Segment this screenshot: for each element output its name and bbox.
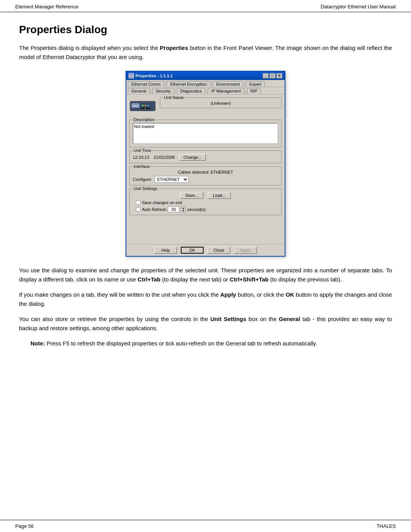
unit-time-box: Unit Time 12:33:13 21/02/2008 Change... <box>129 150 282 163</box>
tab-sep-4: | <box>150 88 151 94</box>
description-box: Description Not loaded <box>129 120 282 147</box>
unit-name-group: Unit Name (Unknown) <box>160 97 282 111</box>
note-line: Note: Press F5 to refresh the displayed … <box>30 340 317 347</box>
main-content: Properties Dialog The Properties dialog … <box>0 12 411 375</box>
interface-box: Interface Cables detected: ETHERNET Conf… <box>129 166 282 185</box>
para2: You use the dialog to examine and change… <box>19 266 392 284</box>
dialog-bottom-bar: Help OK Close Apply <box>126 244 285 256</box>
save-changes-label: Save changes on exit <box>142 200 182 205</box>
page-footer: Page 56 THALES <box>0 520 411 532</box>
header-right: Datacryptor Ethernet User Manual <box>321 4 396 10</box>
unit-time-label: Unit Time <box>133 148 152 153</box>
interface-label: Interface <box>133 164 151 169</box>
tab-general[interactable]: General <box>128 88 150 94</box>
tab-row-2: General | Security | Diagnostics | IP Ma… <box>126 87 285 94</box>
ctrl-tab-bold: Ctrl+Tab <box>138 276 161 283</box>
tab-expert[interactable]: Expert <box>246 81 265 87</box>
help-button[interactable]: Help <box>154 247 177 254</box>
unit-name-label: Unit Name <box>163 95 185 100</box>
unit-settings-bold: Unit Settings <box>210 316 246 322</box>
cables-detected: Cables detected: ETHERNET <box>133 170 278 174</box>
unit-settings-box: Unit Settings Save... Load... Save chang… <box>129 189 282 215</box>
configure-select[interactable]: ETHERNET <box>155 176 189 183</box>
intro-bold: Properties <box>160 45 188 51</box>
device-svg: THALES <box>129 97 156 115</box>
header-left: Element Manager Reference <box>15 4 78 10</box>
ok-bold: OK <box>286 291 295 298</box>
tab-sep-3: | <box>244 81 245 87</box>
win-titlebar: cc Properties - 1.1.1.1 _ □ ✕ <box>126 72 285 80</box>
unit-name-value: (Unknown) <box>163 101 278 105</box>
minimize-button[interactable]: _ <box>263 73 269 78</box>
tab-sep-1: | <box>165 81 166 87</box>
tab-rip[interactable]: RIP <box>247 88 261 94</box>
apply-button[interactable]: Apply <box>234 247 257 254</box>
dialog-spacer <box>129 218 282 241</box>
save-changes-checkbox[interactable] <box>136 200 140 205</box>
tab-sep-7: | <box>245 88 246 94</box>
note-block: Note: Press F5 to refresh the displayed … <box>19 339 392 348</box>
interface-configure-row: Configure: ETHERNET <box>133 176 278 183</box>
svg-rect-7 <box>141 107 145 109</box>
save-button[interactable]: Save... <box>180 192 203 199</box>
tab-security[interactable]: Security <box>152 88 174 94</box>
maximize-button[interactable]: □ <box>269 73 276 78</box>
unit-name-box: Unit Name (Unknown) <box>160 97 282 108</box>
load-button[interactable]: Load... <box>208 192 231 199</box>
svg-point-4 <box>142 105 143 106</box>
dialog-screenshot-container: cc Properties - 1.1.1.1 _ □ ✕ Ethernet C… <box>19 71 392 257</box>
spinbox-arrows[interactable]: ▲ ▼ <box>181 206 186 212</box>
footer-left: Page 56 <box>15 523 33 529</box>
close-dialog-button[interactable]: Close <box>207 247 230 254</box>
tab-ethernet-encryption[interactable]: Ethernet Encryption <box>167 81 210 87</box>
tab-ethernet-comm[interactable]: Ethernet Comm <box>128 81 164 87</box>
app-icon: cc <box>129 73 134 78</box>
tab-sep-5: | <box>175 88 176 94</box>
tab-sep-2: | <box>211 81 212 87</box>
titlebar-left: cc Properties - 1.1.1.1 <box>129 73 173 78</box>
ctrl-shift-tab-bold: Ctrl+Shift+Tab <box>229 276 268 283</box>
svg-point-5 <box>145 105 146 106</box>
description-label: Description <box>133 117 155 122</box>
top-section: THALES Unit Name <box>129 97 282 117</box>
save-changes-row: Save changes on exit <box>136 200 278 205</box>
dialog-title: Properties - 1.1.1.1 <box>135 73 173 78</box>
unit-time-row: 12:33:13 21/02/2008 Change... <box>133 154 278 161</box>
footer-right: THALES <box>376 523 396 529</box>
unit-time-content: 12:33:13 21/02/2008 Change... <box>133 154 278 161</box>
para4: You can also store or retrieve the prope… <box>19 315 392 333</box>
tab-sep-6: | <box>206 88 207 94</box>
interface-content: Cables detected: ETHERNET Configure: ETH… <box>133 170 278 183</box>
auto-refresh-checkbox[interactable] <box>136 207 140 212</box>
close-button[interactable]: ✕ <box>276 73 282 78</box>
note-label: Note: <box>30 340 45 347</box>
apply-bold: Apply <box>220 291 236 298</box>
refresh-value-input[interactable] <box>168 206 179 212</box>
unit-settings-label: Unit Settings <box>133 186 158 191</box>
tab-row-1: Ethernet Comm | Ethernet Encryption | En… <box>126 80 285 87</box>
auto-refresh-label: Auto Refresh <box>142 207 166 212</box>
spinbox-up[interactable]: ▲ <box>181 207 185 209</box>
description-content: Not loaded <box>133 123 278 145</box>
svg-rect-8 <box>146 107 150 109</box>
time-value: 12:33:13 <box>133 155 149 160</box>
device-image: THALES <box>129 97 156 117</box>
change-button[interactable]: Change... <box>179 154 206 161</box>
tab-diagnostics[interactable]: Diagnostics <box>177 88 206 94</box>
titlebar-buttons[interactable]: _ □ ✕ <box>263 73 282 78</box>
svg-text:THALES: THALES <box>132 105 139 107</box>
general-bold: General <box>279 316 300 322</box>
page-header: Element Manager Reference Datacryptor Et… <box>0 0 411 12</box>
date-value: 21/02/2008 <box>154 155 175 160</box>
spinbox-down[interactable]: ▼ <box>181 209 185 212</box>
tab-ip-management[interactable]: IP Management <box>208 88 244 94</box>
seconds-label: second(s) <box>187 207 206 212</box>
unit-settings-content: Save... Load... Save changes on exit Aut… <box>133 192 278 212</box>
auto-refresh-row: Auto Refresh ▲ ▼ second(s) <box>136 206 278 212</box>
win-dialog: cc Properties - 1.1.1.1 _ □ ✕ Ethernet C… <box>126 71 285 257</box>
dialog-body: THALES Unit Name <box>126 94 285 244</box>
note-text: Press F5 to refresh the displayed proper… <box>47 340 317 347</box>
tab-environment[interactable]: Environment <box>213 81 243 87</box>
ok-button[interactable]: OK <box>181 247 204 254</box>
description-textarea[interactable]: Not loaded <box>133 123 278 144</box>
